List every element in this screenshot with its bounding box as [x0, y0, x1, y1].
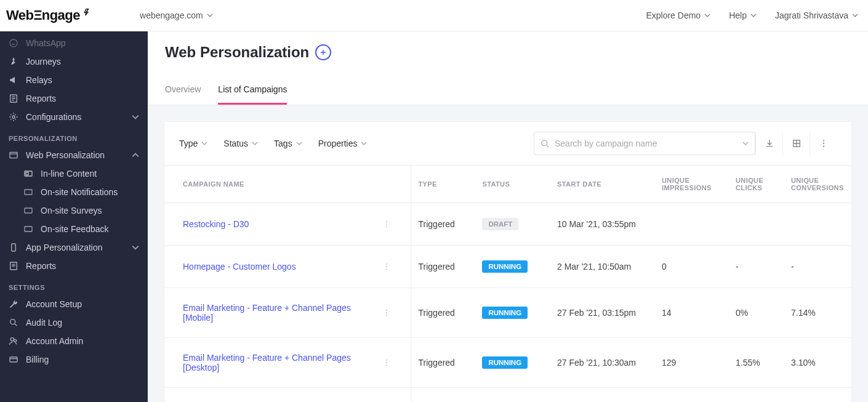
row-menu-button[interactable] [372, 262, 401, 271]
sidebar: WhatsApp Journeys Relays Reports Configu [0, 31, 148, 402]
search-box[interactable] [534, 132, 755, 155]
th-campaign-name[interactable]: CAMPAIGN NAME [164, 166, 411, 203]
app-icon [9, 243, 18, 252]
filter-properties[interactable]: Properties [318, 139, 368, 148]
chevron-down-icon [296, 140, 302, 147]
cell-status: DRAFT [475, 203, 550, 246]
cell-status: DRAFT [475, 388, 550, 403]
th-type[interactable]: TYPE [411, 166, 475, 203]
chevron-down-icon [201, 140, 207, 147]
filter-type[interactable]: Type [179, 139, 207, 148]
admin-icon [9, 336, 18, 346]
domain-selector[interactable]: webengage.com [140, 10, 213, 20]
chevron-down-icon [207, 12, 213, 18]
help-link[interactable]: Help [729, 10, 757, 20]
svg-point-29 [386, 362, 387, 363]
sidebar-item-relays[interactable]: Relays [0, 71, 148, 89]
tab-overview[interactable]: Overview [165, 78, 201, 105]
sidebar-item-reports[interactable]: Reports [0, 89, 148, 108]
feedback-icon [23, 224, 33, 234]
download-button[interactable] [755, 132, 782, 155]
campaign-link[interactable]: Email Marketing - Feature + Channel Page… [183, 353, 372, 372]
th-status[interactable]: STATUS [475, 166, 550, 203]
cell-start-date: 27 Feb '21, 10:30am [550, 338, 654, 388]
cell-status: RUNNING [475, 246, 550, 288]
explore-demo-link[interactable]: Explore Demo [646, 10, 710, 20]
cell-impressions [654, 203, 728, 246]
sidebar-item-inline-content[interactable]: In-line Content [0, 164, 148, 183]
filter-bar: Type Status Tags Properties [164, 122, 851, 166]
topbar-right: Explore Demo Help Jagrati Shrivastava [646, 10, 858, 20]
table-row: New user onboarding Triggered DRAFT 5 Ma… [164, 388, 851, 403]
sidebar-item-onsite-surveys[interactable]: On-site Surveys [0, 201, 148, 220]
sidebar-item-account-setup[interactable]: Account Setup [0, 295, 148, 313]
svg-point-21 [386, 226, 387, 227]
cell-clicks: 0% [728, 288, 784, 338]
columns-button[interactable] [782, 132, 810, 155]
campaign-link[interactable]: Homepage - Customer Logos [183, 262, 296, 271]
svg-rect-8 [25, 227, 32, 231]
chevron-down-icon [132, 244, 139, 251]
cell-type: Triggered [411, 388, 475, 403]
sidebar-item-onsite-notifications[interactable]: On-site Notifications [0, 183, 148, 201]
user-menu[interactable]: Jagrati Shrivastava [775, 10, 858, 20]
sidebar-item-reports-personalization[interactable]: Reports [0, 257, 148, 275]
kebab-icon [819, 139, 829, 148]
row-menu-button[interactable] [372, 358, 401, 367]
svg-point-20 [386, 223, 387, 225]
tab-list-of-campaigns[interactable]: List of Campaigns [218, 78, 287, 105]
chevron-down-icon [704, 12, 710, 18]
th-unique-clicks[interactable]: UNIQUE CLICKS [728, 166, 784, 203]
campaign-link[interactable]: Email Marketing - Feature + Channel Page… [183, 303, 372, 323]
audit-icon [9, 318, 18, 328]
svg-point-18 [822, 146, 824, 147]
more-actions-button[interactable] [810, 132, 837, 155]
cell-start-date: 10 Mar '21, 03:55pm [550, 203, 654, 246]
page-title: Web Personalization [165, 44, 309, 61]
sidebar-item-account-admin[interactable]: Account Admin [0, 332, 148, 350]
sidebar-item-audit-log[interactable]: Audit Log [0, 313, 148, 332]
sidebar-item-web-personalization[interactable]: Web Personalization [0, 146, 148, 164]
svg-rect-5 [26, 172, 28, 175]
filter-status[interactable]: Status [223, 139, 258, 148]
table-row: Homepage - Customer Logos Triggered RUNN… [164, 246, 851, 288]
filter-tags[interactable]: Tags [274, 139, 302, 148]
sidebar-item-billing[interactable]: Billing [0, 350, 148, 369]
download-icon [765, 139, 774, 148]
kebab-icon [382, 308, 391, 317]
row-menu-button[interactable] [372, 220, 401, 228]
svg-point-14 [542, 140, 547, 145]
sidebar-item-onsite-feedback[interactable]: On-site Feedback [0, 220, 148, 238]
sidebar-section-personalization: PERSONALIZATION [0, 126, 148, 146]
cell-conversions [784, 388, 851, 403]
logo: WebΞngage [6, 7, 90, 23]
svg-point-2 [12, 116, 15, 118]
cell-conversions: 3.10% [784, 338, 851, 388]
status-badge: RUNNING [482, 260, 528, 273]
add-campaign-button[interactable] [315, 44, 331, 60]
search-input[interactable] [555, 139, 737, 148]
sidebar-item-app-personalization[interactable]: App Personalization [0, 238, 148, 257]
row-menu-button[interactable] [372, 308, 401, 317]
kebab-icon [382, 262, 391, 271]
sidebar-item-journeys[interactable]: Journeys [0, 52, 148, 71]
th-unique-impressions[interactable]: UNIQUE IMPRESSIONS [654, 166, 728, 203]
cell-conversions: - [784, 246, 851, 288]
cell-status: RUNNING [475, 288, 550, 338]
cell-type: Triggered [411, 288, 475, 338]
th-start-date[interactable]: START DATE [550, 166, 654, 203]
chevron-down-icon [742, 140, 749, 147]
chevron-down-icon [132, 113, 139, 121]
web-personalization-children: In-line Content On-site Notifications On… [0, 164, 148, 238]
svg-point-19 [386, 221, 387, 222]
sidebar-item-configurations[interactable]: Configurations [0, 108, 148, 126]
wrench-icon [9, 299, 18, 309]
sidebar-item-whatsapp[interactable]: WhatsApp [0, 34, 148, 52]
svg-point-24 [386, 268, 387, 270]
chevron-down-icon [361, 140, 367, 147]
table-row: Restocking - D30 Triggered DRAFT 10 Mar … [164, 203, 851, 246]
campaign-link[interactable]: Restocking - D30 [183, 219, 249, 229]
th-unique-conversions[interactable]: UNIQUE CONVERSIONS [784, 166, 851, 203]
svg-point-22 [386, 263, 387, 265]
megaphone-icon [9, 75, 18, 85]
